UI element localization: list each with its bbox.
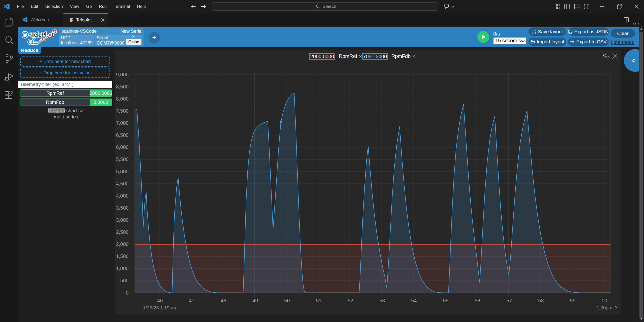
svg-text:7,500: 7,500 — [116, 108, 129, 114]
svg-text:500: 500 — [120, 278, 129, 283]
svg-text::46: :46 — [156, 298, 163, 303]
svg-text::47: :47 — [187, 298, 195, 303]
svg-text::50: :50 — [283, 298, 290, 303]
svg-text::58: :58 — [537, 298, 544, 303]
svg-text::51: :51 — [315, 298, 322, 303]
svg-text::59: :59 — [569, 298, 576, 303]
svg-text::53: :53 — [378, 298, 385, 303]
svg-text:9,000: 9,000 — [116, 72, 129, 77]
svg-text:8,500: 8,500 — [116, 84, 129, 89]
svg-text::48: :48 — [219, 298, 226, 303]
svg-text::00: :00 — [600, 298, 607, 303]
svg-text:1,500: 1,500 — [116, 253, 129, 259]
svg-text:2,000: 2,000 — [116, 241, 129, 247]
svg-text:0: 0 — [126, 290, 129, 296]
svg-text::55: :55 — [441, 298, 448, 303]
svg-text:6,500: 6,500 — [116, 132, 129, 138]
svg-text:5,000: 5,000 — [116, 169, 129, 174]
svg-text:5,500: 5,500 — [116, 156, 129, 162]
svg-text:t: t — [52, 31, 54, 38]
svg-text::49: :49 — [251, 298, 258, 303]
svg-text:2,500: 2,500 — [116, 229, 129, 235]
svg-text::54: :54 — [410, 298, 417, 303]
svg-text:7,000: 7,000 — [116, 120, 129, 126]
svg-text:3,500: 3,500 — [116, 205, 129, 211]
svg-text:6,000: 6,000 — [116, 144, 129, 150]
svg-text:4,000: 4,000 — [116, 193, 129, 199]
svg-text::52: :52 — [346, 298, 353, 303]
svg-text:4,500: 4,500 — [116, 181, 129, 186]
svg-text::57: :57 — [505, 298, 512, 303]
svg-text:3,000: 3,000 — [116, 217, 129, 223]
svg-text:1,000: 1,000 — [116, 266, 129, 271]
svg-text::56: :56 — [473, 298, 480, 303]
svg-text:8,000: 8,000 — [116, 96, 129, 102]
